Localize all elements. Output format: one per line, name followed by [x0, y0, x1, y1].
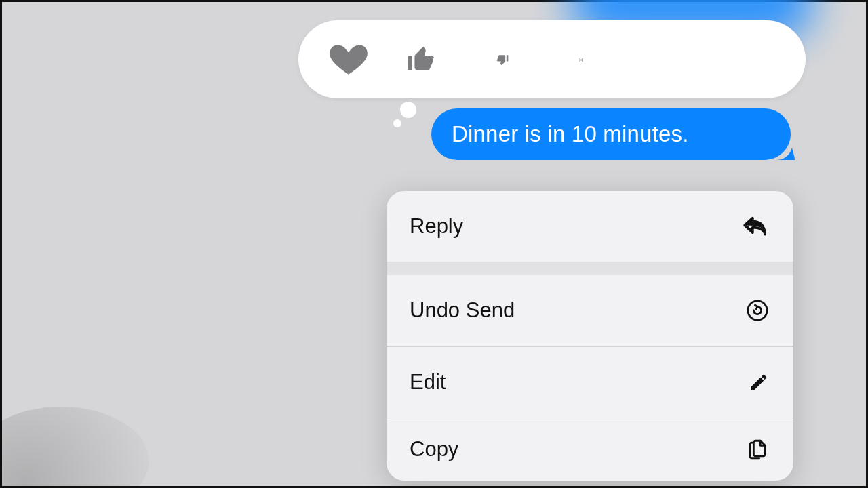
message-text: Dinner is in 10 minutes.: [452, 121, 689, 147]
tapback-tail-dot-1: [400, 102, 416, 118]
menu-item-copy[interactable]: Copy: [387, 418, 793, 481]
menu-item-label: Edit: [410, 370, 446, 394]
tapback-tail-dot-2: [393, 119, 401, 127]
double-doc-icon: [746, 438, 769, 461]
thumbs-up-icon[interactable]: [384, 44, 458, 75]
menu-item-reply[interactable]: Reply: [387, 191, 793, 262]
svg-point-0: [748, 301, 767, 320]
bubble-tail: [776, 141, 795, 160]
tapback-bar[interactable]: ʜ: [298, 20, 806, 98]
menu-item-undo-send[interactable]: Undo Send: [387, 275, 793, 346]
reply-arrow-icon: [742, 213, 769, 240]
haha-icon[interactable]: ʜ: [544, 56, 618, 63]
thumbs-down-icon[interactable]: [465, 53, 540, 66]
undo-circle-icon: [746, 299, 769, 322]
messages-context-screen: ʜ Dinner is in 10 minutes. Reply Undo Se…: [0, 0, 868, 488]
context-menu: Reply Undo Send Edit Copy: [387, 191, 793, 481]
sent-message-bubble[interactable]: Dinner is in 10 minutes.: [431, 108, 791, 160]
haha-glyph: ʜ: [579, 56, 584, 63]
menu-item-label: Copy: [410, 437, 458, 462]
heart-icon[interactable]: [317, 40, 380, 79]
menu-item-label: Reply: [410, 214, 463, 239]
pencil-icon: [749, 372, 769, 392]
menu-item-label: Undo Send: [410, 298, 515, 323]
menu-section-gap: [387, 262, 793, 275]
menu-item-edit[interactable]: Edit: [387, 347, 793, 418]
